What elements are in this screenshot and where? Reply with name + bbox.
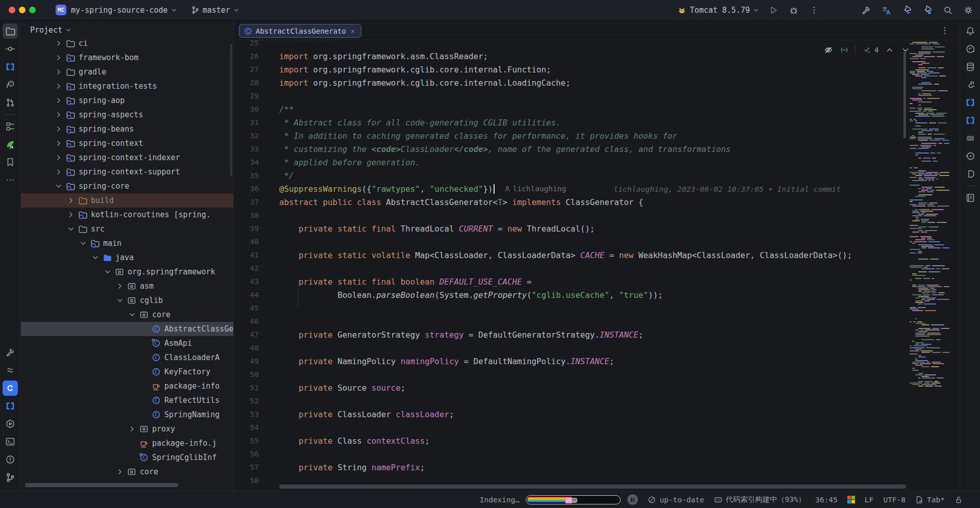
code-line-27[interactable]: 27import org.springframework.cglib.core.… — [234, 63, 959, 76]
highlighting-off-icon[interactable] — [824, 45, 833, 55]
editor-vertical-scrollbar[interactable] — [903, 52, 906, 138]
code-line-46[interactable]: 46 — [234, 315, 959, 328]
settings-button[interactable] — [961, 3, 976, 18]
editor-horizontal-scrollbar[interactable] — [279, 485, 906, 489]
device-manager-icon[interactable] — [963, 131, 978, 146]
chevron-right-icon[interactable] — [67, 196, 75, 205]
code-line-48[interactable]: 48 — [234, 341, 959, 354]
tree-item-core[interactable]: core — [21, 308, 233, 322]
build-project-button[interactable] — [859, 3, 874, 18]
code-line-31[interactable]: 31 * Abstract class for all code-generat… — [234, 116, 959, 129]
chevron-down-icon[interactable] — [104, 268, 112, 276]
code-line-47[interactable]: 47 private GeneratorStrategy strategy = … — [234, 328, 959, 341]
structure-icon[interactable] — [3, 119, 18, 134]
encoding-indicator[interactable]: UTF-8 — [883, 496, 905, 504]
code-index-status[interactable]: 代码索引构建中（93%） — [714, 495, 806, 504]
project-icon[interactable] — [3, 23, 18, 39]
code-line-34[interactable]: 34 * applied before generation. — [234, 156, 959, 169]
tree-item-kotlin-coroutines-spring[interactable]: kotlin-coroutines [spring. — [21, 208, 233, 222]
services-icon[interactable] — [3, 416, 18, 431]
terminal-icon[interactable] — [3, 434, 18, 449]
code-line-43[interactable]: 43 private static final boolean DEFAULT_… — [234, 275, 959, 288]
pull-requests-icon[interactable] — [3, 95, 18, 110]
bookmarks-icon[interactable] — [3, 155, 18, 170]
code-line-54[interactable]: 54 — [234, 421, 959, 434]
tree-item-classloadera[interactable]: CClassLoaderA — [21, 350, 233, 365]
tree-item-asm[interactable]: asm — [21, 279, 233, 293]
code-line-37[interactable]: 37abstract public class AbstractClassGen… — [234, 195, 959, 209]
close-window-button[interactable] — [9, 7, 15, 13]
code-line-32[interactable]: 32 * In addition to caching generated cl… — [234, 129, 959, 142]
chevron-right-icon[interactable] — [55, 82, 63, 90]
plugin-brackets-2-icon[interactable] — [963, 113, 978, 128]
editor-tab-abstractclassgenerator[interactable]: C AbstractClassGenerato × — [239, 24, 361, 38]
code-line-30[interactable]: 30/** — [234, 103, 959, 116]
code-line-38[interactable]: 38 — [234, 209, 959, 222]
chevron-right-icon[interactable] — [116, 282, 124, 290]
tree-item-spring-aspects[interactable]: spring-aspects — [21, 108, 233, 122]
caret-position[interactable]: 36:45 — [815, 496, 838, 504]
microsoft-logo[interactable] — [847, 496, 855, 503]
code-line-55[interactable]: 55 private Class contextClass; — [234, 434, 959, 447]
tree-item-keyfactory[interactable]: CKeyFactory — [21, 365, 233, 379]
code-line-51[interactable]: 51 private Source source; — [234, 381, 959, 394]
vcs-branch-widget[interactable]: master — [191, 6, 240, 15]
tree-item-spring-beans[interactable]: spring-beans — [21, 122, 233, 136]
chevron-right-icon[interactable] — [55, 39, 63, 47]
tree-item-package-info[interactable]: package-info — [21, 379, 233, 393]
minimize-window-button[interactable] — [19, 7, 26, 13]
match-brackets-plugin-icon[interactable] — [3, 59, 18, 74]
tree-item-java[interactable]: java — [21, 250, 233, 265]
tree-item-src[interactable]: src — [21, 222, 233, 236]
translation-dictionary-icon[interactable]: A — [963, 190, 978, 206]
tree-item-main[interactable]: main — [21, 236, 233, 250]
chevron-right-icon[interactable] — [55, 168, 63, 176]
run-configuration-selector[interactable]: Tomcat 8.5.79 — [677, 6, 760, 15]
chevron-right-icon[interactable] — [55, 68, 63, 76]
code-editor[interactable]: 2526import org.springframework.asm.Class… — [234, 40, 959, 491]
indent-indicator[interactable]: Tab* — [915, 496, 945, 504]
chevron-right-icon[interactable] — [55, 54, 63, 62]
chevron-down-icon[interactable] — [79, 239, 87, 247]
tree-item-spring-core[interactable]: spring-core — [21, 179, 233, 193]
project-horizontal-scrollbar[interactable] — [25, 483, 178, 487]
code-line-49[interactable]: 49 private NamingPolicy namingPolicy = D… — [234, 354, 959, 368]
chevron-right-icon[interactable] — [67, 211, 75, 219]
chevron-right-icon[interactable] — [116, 468, 124, 476]
problems-check-icon[interactable] — [863, 45, 872, 55]
services-waves-icon[interactable] — [3, 363, 18, 378]
tree-item-spring-context-support[interactable]: spring-context-support — [21, 165, 233, 179]
code-line-41[interactable]: 41 private static volatile Map<ClassLoad… — [234, 248, 959, 262]
run-with-profiler-button[interactable] — [899, 3, 915, 18]
problems-icon[interactable] — [3, 452, 18, 467]
tree-item-cglib[interactable]: cglib — [21, 293, 233, 308]
tree-item-spring-context[interactable]: spring-context — [21, 136, 233, 150]
project-icon[interactable]: MC — [56, 5, 66, 15]
jrebel-icon[interactable]: JR — [3, 137, 18, 152]
chevron-right-icon[interactable] — [55, 139, 63, 147]
commit-icon[interactable] — [3, 41, 18, 57]
code-line-53[interactable]: 53 private ClassLoader classLoader; — [234, 408, 959, 421]
tab-options-kebab-icon[interactable] — [940, 26, 950, 36]
run-button[interactable] — [766, 3, 781, 18]
plugin-brackets-1-icon[interactable] — [963, 95, 978, 110]
project-widget[interactable]: my-spring-source-code — [66, 6, 178, 15]
chevron-down-icon[interactable] — [67, 225, 75, 233]
tree-item-abstractclassgenerato[interactable]: CAbstractClassGenerato — [21, 322, 233, 336]
tree-item-springnaming[interactable]: CSpringNaming — [21, 408, 233, 422]
tree-item-integration-tests[interactable]: integration-tests — [21, 79, 233, 93]
code-line-28[interactable]: 28import org.springframework.cglib.core.… — [234, 76, 959, 89]
tree-item-core[interactable]: core — [21, 465, 233, 479]
code-line-52[interactable]: 52 — [234, 394, 959, 408]
more-actions-button[interactable] — [806, 3, 822, 18]
chevron-right-icon[interactable] — [55, 125, 63, 133]
tree-item-spring-aop[interactable]: spring-aop — [21, 93, 233, 108]
code-line-29[interactable]: 29 — [234, 89, 959, 103]
code-line-56[interactable]: 56 — [234, 447, 959, 461]
code-line-42[interactable]: 42 — [234, 262, 959, 275]
gradle-icon[interactable] — [963, 77, 978, 92]
brackets-plugin-icon[interactable] — [3, 398, 18, 414]
more-tool-windows-icon[interactable] — [3, 172, 18, 188]
tree-item-ci[interactable]: ci — [21, 36, 233, 50]
chevron-right-icon[interactable] — [55, 111, 63, 119]
